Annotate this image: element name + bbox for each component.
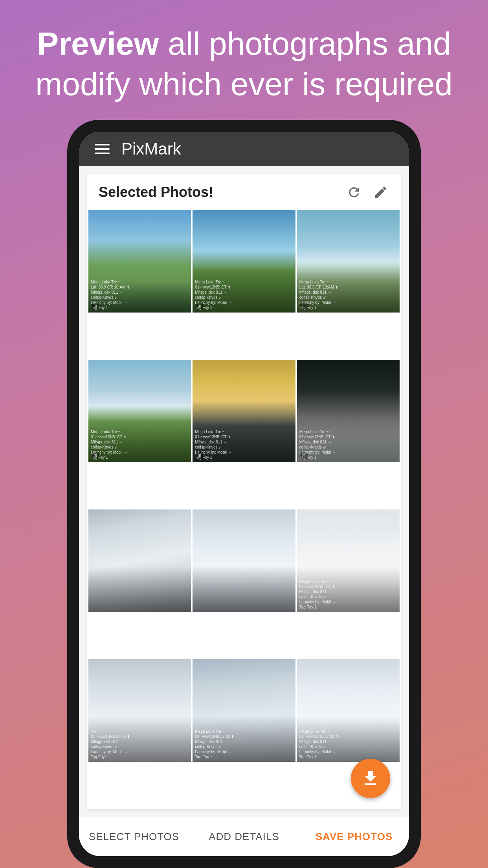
- photo-badge-row-4: ⊞: [92, 452, 99, 459]
- edit-button[interactable]: [372, 184, 389, 201]
- hamburger-icon[interactable]: [95, 144, 110, 154]
- photo-overlay-11: Mega Luka Tre ~01-~vvw13N5:37.00 ⬆Mflsgs…: [195, 729, 293, 760]
- app-toolbar: PixMark: [79, 132, 409, 166]
- phone-device: PixMark Selected Photos!: [67, 120, 421, 868]
- photo-overlay-9: Mega Luka Tre ~01-~vvw13N5: CT ⬆Mflsgs, …: [299, 579, 397, 610]
- header-rest: all photographs and: [159, 26, 451, 61]
- photo-overlay-6: Mega Luka Tre ~01-~vvw13N5: CT ⬆Mflsgs, …: [299, 430, 397, 460]
- card-header: Selected Photos!: [87, 174, 401, 208]
- card-actions: [345, 184, 389, 201]
- nav-save-photos[interactable]: SAVE PHOTOS: [299, 827, 409, 847]
- refresh-button[interactable]: [345, 184, 363, 201]
- bottom-nav: SELECT PHOTOS ADD DETAILS SAVE PHOTOS: [79, 817, 409, 856]
- header-line2: modify which ever is required: [35, 66, 453, 102]
- photo-card: Selected Photos!: [87, 174, 401, 809]
- download-fab[interactable]: [351, 759, 390, 798]
- content-area: Selected Photos!: [79, 166, 409, 817]
- promo-header: Preview all photographs and modify which…: [0, 0, 488, 120]
- card-title: Selected Photos!: [99, 184, 213, 200]
- photo-overlay-10: ·····01-~vvw13N5:37.00 ⬆Mflsgs, dsk 811 …: [91, 729, 189, 760]
- refresh-icon: [347, 185, 361, 200]
- nav-select-photos[interactable]: SELECT PHOTOS: [79, 827, 189, 847]
- photo-cell-5[interactable]: Mega Luka Tre ~01-~vvw13N5: CT ⬆Mflsgs, …: [193, 360, 295, 462]
- app-title: PixMark: [121, 140, 181, 158]
- photo-badge-row-3: ⊞: [300, 303, 308, 309]
- photo-overlay-4: Mega Luka Tre ~01-~vvw13N5: CT ⬆Mflsgs, …: [91, 430, 189, 460]
- nav-add-details[interactable]: ADD DETAILS: [189, 827, 299, 847]
- edit-icon: [373, 185, 388, 200]
- download-icon: [361, 769, 380, 788]
- photo-cell-10[interactable]: ·····01-~vvw13N5:37.00 ⬆Mflsgs, dsk 811 …: [88, 659, 191, 762]
- photo-overlay-5: Mega Luka Tre ~01-~vvw13N5: CT ⬆Mflsgs, …: [195, 430, 293, 460]
- photo-cell-1[interactable]: Mega Luka Tre ~Lat: 38.9 CT: 10:AM ⬆Mfls…: [88, 210, 191, 313]
- photo-overlay-1: Mega Luka Tre ~Lat: 38.9 CT: 10:AM ⬆Mfls…: [91, 280, 189, 310]
- photo-overlay-3: Mega Luka Tre ~Lat: 38.9 CT: 10:AM ⬆Mfls…: [299, 280, 397, 310]
- photo-grid: Mega Luka Tre ~Lat: 38.9 CT: 10:AM ⬆Mfls…: [87, 208, 401, 809]
- photo-cell-2[interactable]: Mega Luka Tre ~01-~vvw13N5: CT ⬆Mflsgs, …: [193, 210, 295, 313]
- photo-cell-8[interactable]: [193, 509, 295, 612]
- photo-cell-9[interactable]: Mega Luka Tre ~01-~vvw13N5: CT ⬆Mflsgs, …: [297, 509, 400, 612]
- photo-cell-4[interactable]: Mega Luka Tre ~01-~vvw13N5: CT ⬆Mflsgs, …: [88, 360, 191, 462]
- photo-badge-row-6: ⊞: [300, 452, 308, 459]
- photo-badge-row-5: ⊞: [196, 452, 203, 459]
- header-bold: Preview: [37, 26, 159, 61]
- photo-overlay-12: Mega Luka Tre ~01-~vvw13N5:37.00 ⬆Mflsgs…: [299, 729, 397, 760]
- photo-badge-row-2: ⊞: [196, 303, 203, 309]
- phone-screen: PixMark Selected Photos!: [79, 132, 409, 856]
- photo-cell-3[interactable]: Mega Luka Tre ~Lat: 38.9 CT: 10:AM ⬆Mfls…: [297, 210, 400, 313]
- photo-cell-12[interactable]: Mega Luka Tre ~01-~vvw13N5:37.00 ⬆Mflsgs…: [297, 659, 400, 762]
- photo-cell-7[interactable]: [88, 509, 191, 612]
- photo-overlay-2: Mega Luka Tre ~01-~vvw13N5: CT ⬆Mflsgs, …: [195, 280, 293, 310]
- photo-cell-6[interactable]: Mega Luka Tre ~01-~vvw13N5: CT ⬆Mflsgs, …: [297, 360, 400, 462]
- photo-badge-row-1: ⊞: [92, 303, 99, 309]
- photo-cell-11[interactable]: Mega Luka Tre ~01-~vvw13N5:37.00 ⬆Mflsgs…: [193, 659, 295, 762]
